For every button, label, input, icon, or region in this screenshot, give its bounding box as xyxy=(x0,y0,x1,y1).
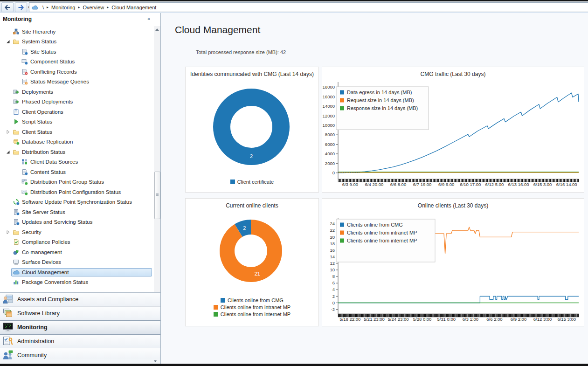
sidebar-item-security[interactable]: Security xyxy=(5,227,154,237)
sidebar-item-site-status[interactable]: Site Status xyxy=(13,47,154,57)
sidebar-item-component-status[interactable]: Component Status xyxy=(13,57,154,67)
chart-title: Current online clients xyxy=(186,202,318,209)
sidebar-item-cloud-management[interactable]: Cloud Management xyxy=(5,267,154,277)
sidebar-item-client-operations[interactable]: Client Operations xyxy=(5,107,154,117)
svg-text:14: 14 xyxy=(330,254,335,259)
breadcrumb-segment-root[interactable]: \ xyxy=(41,5,46,10)
tree-indent xyxy=(5,199,11,205)
sidebar-item-label: System Status xyxy=(22,39,56,44)
collapse-node-icon[interactable] xyxy=(5,39,11,44)
tree-scrollbar[interactable] xyxy=(154,26,160,304)
site-status-icon xyxy=(21,48,28,55)
collapse-pane-icon[interactable]: « xyxy=(145,15,152,22)
sidebar-item-deployments[interactable]: Deployments xyxy=(5,87,154,97)
svg-text:Request size in 14 days (MB): Request size in 14 days (MB) xyxy=(347,97,414,103)
workspace-monitoring[interactable]: Monitoring xyxy=(0,320,160,335)
content-status-icon xyxy=(21,169,28,175)
svg-text:6/3 9:00: 6/3 9:00 xyxy=(342,182,358,187)
svg-text:6/3 1:00: 6/3 1:00 xyxy=(463,317,478,322)
sidebar-item-site-server-status[interactable]: Site Server Status xyxy=(5,207,154,217)
sidebar-item-package-conversion-status[interactable]: Package Conversion Status xyxy=(5,277,154,288)
legend-swatch xyxy=(221,298,225,303)
legend-label: Clients online from internet MP xyxy=(221,311,291,317)
tree-indent xyxy=(5,109,11,115)
surface-devices-icon xyxy=(13,259,20,265)
svg-text:6/13 16:00: 6/13 16:00 xyxy=(508,182,529,187)
svg-text:2: 2 xyxy=(250,153,253,159)
sidebar-item-updates-and-servicing-status[interactable]: Updates and Servicing Status xyxy=(5,217,154,228)
workspace-software-library[interactable]: Software Library xyxy=(0,307,160,321)
workspace-assets-and-compliance[interactable]: Assets and Compliance xyxy=(0,293,160,307)
sidebar-item-co-management[interactable]: Co-management xyxy=(5,247,154,257)
svg-text:10: 10 xyxy=(330,267,335,272)
chart-legend: Clients online from CMGClients online fr… xyxy=(186,297,318,317)
compliance-policies-icon xyxy=(13,239,20,245)
panel-current-online-clients: Current online clients 221 Clients onlin… xyxy=(185,198,319,326)
back-arrow-icon xyxy=(4,4,11,11)
sidebar-item-database-replication[interactable]: Database Replication xyxy=(5,137,154,147)
sidebar-item-label: Site Status xyxy=(30,49,56,55)
tree-indent xyxy=(13,159,20,165)
donut-chart-online-clients: 221 xyxy=(186,210,318,295)
legend-swatch xyxy=(230,180,235,184)
tree-indent xyxy=(13,59,20,64)
svg-text:14000: 14000 xyxy=(323,104,335,109)
back-button[interactable] xyxy=(1,2,14,12)
forward-arrow-icon xyxy=(17,4,25,11)
sidebar-item-system-status[interactable]: System Status xyxy=(5,37,154,47)
breadcrumb: \▸Monitoring▸Overview▸Cloud Management xyxy=(29,2,588,12)
monitoring-icon xyxy=(2,322,14,333)
svg-text:0: 0 xyxy=(332,300,335,305)
sidebar-item-conflicting-records[interactable]: Conflicting Records xyxy=(13,67,154,77)
workspace-administration[interactable]: Administration xyxy=(0,335,160,349)
legend-label: Clients online from intranet MP xyxy=(221,304,291,310)
configure-workspaces-icon[interactable] xyxy=(154,360,157,362)
legend-entry: Clients online from CMG xyxy=(221,297,284,303)
sidebar-item-label: Package Conversion Status xyxy=(22,279,88,285)
dp-group-status-icon xyxy=(21,179,28,185)
script-status-icon xyxy=(13,118,20,125)
scrollbar-thumb[interactable] xyxy=(154,172,160,219)
svg-text:8000: 8000 xyxy=(325,132,335,137)
breadcrumb-segment-cloud-management[interactable]: Cloud Management xyxy=(110,5,158,10)
sidebar-item-compliance-policies[interactable]: Compliance Policies xyxy=(5,237,154,248)
breadcrumb-segment-overview[interactable]: Overview xyxy=(81,5,106,10)
sidebar-item-distribution-point-group-status[interactable]: Distribution Point Group Status xyxy=(13,177,154,187)
tree-indent xyxy=(5,279,11,285)
svg-text:6000: 6000 xyxy=(325,142,335,147)
breadcrumb-segment-monitoring[interactable]: Monitoring xyxy=(49,5,77,10)
collapse-node-icon[interactable] xyxy=(5,149,11,155)
svg-text:2: 2 xyxy=(332,294,335,299)
sidebar-item-content-status[interactable]: Content Status xyxy=(13,167,154,177)
sidebar-item-software-update-point-synchronization-status[interactable]: Software Update Point Synchronization St… xyxy=(5,197,154,207)
expand-node-icon[interactable] xyxy=(5,229,11,235)
sidebar-item-surface-devices[interactable]: Surface Devices xyxy=(5,257,154,268)
scroll-up-icon[interactable] xyxy=(154,26,160,33)
sidebar-item-site-hierarchy[interactable]: Site Hierarchy xyxy=(5,27,154,37)
svg-text:6/16 14:00: 6/16 14:00 xyxy=(556,182,577,187)
sidebar-item-distribution-status[interactable]: Distribution Status xyxy=(5,147,154,157)
package-conversion-status-icon xyxy=(13,279,20,285)
sidebar-item-client-status[interactable]: Client Status xyxy=(5,127,154,137)
sidebar-item-phased-deployments[interactable]: Phased Deployments xyxy=(5,97,154,107)
sidebar-item-status-message-queries[interactable]: Status Message Queries xyxy=(13,77,154,87)
forward-button[interactable] xyxy=(15,2,27,12)
sidebar-item-script-status[interactable]: Script Status xyxy=(5,117,154,127)
sidebar-item-client-data-sources[interactable]: Client Data Sources xyxy=(13,157,154,167)
sidebar-item-label: Site Server Status xyxy=(22,209,65,215)
client-data-sources-icon xyxy=(21,159,28,165)
svg-text:6/6 8:00: 6/6 8:00 xyxy=(390,182,406,187)
expand-node-icon[interactable] xyxy=(5,129,11,135)
line-chart-cmg-traffic: 1800016000140001200010000800060004000200… xyxy=(322,78,584,192)
sidebar-item-label: Cloud Management xyxy=(22,269,69,275)
sidebar-item-distribution-point-configuration-status[interactable]: Distribution Point Configuration Status xyxy=(13,187,154,197)
svg-text:5/21 23:00: 5/21 23:00 xyxy=(364,317,385,322)
svg-text:Data egress in 14 days (MB): Data egress in 14 days (MB) xyxy=(347,90,412,95)
svg-text:Clients online from CMG: Clients online from CMG xyxy=(347,222,403,228)
stat-total-response: Total processed response size (MB): 42 xyxy=(196,49,286,55)
monitoring-tree: Site HierarchySystem StatusSite StatusCo… xyxy=(0,27,154,287)
tree-indent xyxy=(13,179,20,185)
deployments-icon xyxy=(13,89,20,95)
sidebar-item-label: Software Update Point Synchronization St… xyxy=(22,199,132,205)
legend-label: Client certificate xyxy=(237,179,274,185)
